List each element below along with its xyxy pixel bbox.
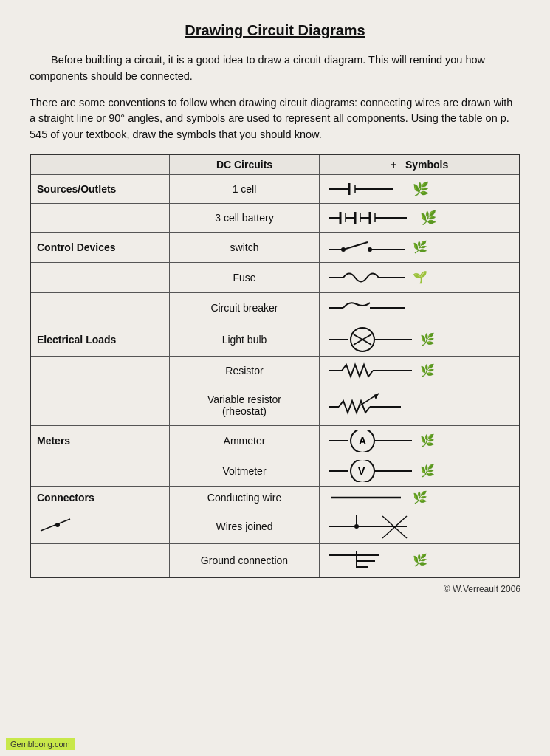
category-empty-6 (30, 456, 169, 486)
symbol-switch: 🌿 (320, 232, 520, 262)
table-row: Ground connection 🌿 (30, 543, 520, 577)
symbol-ground: 🌿 (320, 543, 520, 577)
category-sources: Sources/Outlets (30, 174, 169, 203)
col-header-dc: DC Circuits (169, 154, 320, 175)
component-ground: Ground connection (169, 543, 320, 577)
component-joined: Wires joined (169, 509, 320, 543)
intro-paragraph-2: There are some conventions to follow whe… (30, 95, 520, 143)
category-empty-5 (30, 385, 169, 425)
circuit-table: DC Circuits + Symbols Sources/Outlets 1 … (30, 154, 520, 578)
component-1cell: 1 cell (169, 174, 320, 203)
component-wire: Conducting wire (169, 486, 320, 509)
category-loads: Electrical Loads (30, 323, 169, 356)
svg-point-45 (55, 523, 60, 527)
table-row: Voltmeter V 🌿 (30, 456, 520, 486)
table-row: Circuit breaker (30, 292, 520, 323)
intro-paragraph-1: Before building a circuit, it is a good … (30, 52, 520, 85)
symbol-rheostat (320, 385, 520, 425)
symbol-fuse: 🌱 (320, 262, 520, 292)
copyright-text: © W.Verreault 2006 (30, 584, 520, 594)
symbol-wire: 🌿 (320, 486, 520, 509)
component-3cell: 3 cell battery (169, 203, 320, 232)
category-empty-2 (30, 262, 169, 292)
category-empty-7 (30, 543, 169, 577)
table-row: Electrical Loads Light bulb 🌿 (30, 323, 520, 356)
component-resistor: Resistor (169, 356, 320, 385)
symbol-joined (320, 509, 520, 543)
svg-text:A: A (359, 435, 367, 447)
table-row: Meters Ammeter A 🌿 (30, 425, 520, 456)
table-row: Variable resistor(rheostat) (30, 385, 520, 425)
component-fuse: Fuse (169, 262, 320, 292)
category-empty-3 (30, 292, 169, 323)
symbol-ammeter: A 🌿 (320, 425, 520, 456)
category-empty-4 (30, 356, 169, 385)
col-header-symbols: + Symbols (320, 154, 520, 175)
symbol-resistor: 🌿 (320, 356, 520, 385)
symbol-1cell: 🌿 (320, 174, 520, 203)
col-header-category (30, 154, 169, 175)
svg-text:V: V (358, 465, 365, 477)
svg-point-48 (354, 524, 359, 529)
table-row: Control Devices switch 🌿 (30, 232, 520, 262)
component-voltmeter: Voltmeter (169, 456, 320, 486)
category-wire-joined (30, 509, 169, 543)
table-row: Fuse 🌱 (30, 262, 520, 292)
table-row: Wires joined (30, 509, 520, 543)
table-row: Resistor 🌿 (30, 356, 520, 385)
page-title: Drawing Circuit Diagrams (30, 22, 520, 39)
symbol-bulb: 🌿 (320, 323, 520, 356)
svg-marker-34 (374, 394, 379, 399)
component-rheostat: Variable resistor(rheostat) (169, 385, 320, 425)
svg-line-16 (343, 242, 368, 250)
category-control: Control Devices (30, 232, 169, 262)
watermark: Gembloong.com (6, 738, 75, 750)
symbol-3cell: 🌿 (320, 203, 520, 232)
symbol-voltmeter: V 🌿 (320, 456, 520, 486)
table-row: Connectors Conducting wire 🌿 (30, 486, 520, 509)
component-switch: switch (169, 232, 320, 262)
table-row: Sources/Outlets 1 cell 🌿 (30, 174, 520, 203)
component-breaker: Circuit breaker (169, 292, 320, 323)
category-meters: Meters (30, 425, 169, 456)
category-connectors: Connectors (30, 486, 169, 509)
component-bulb: Light bulb (169, 323, 320, 356)
component-ammeter: Ammeter (169, 425, 320, 456)
category-empty-1 (30, 203, 169, 232)
symbol-breaker (320, 292, 520, 323)
table-row: 3 cell battery 🌿 (30, 203, 520, 232)
